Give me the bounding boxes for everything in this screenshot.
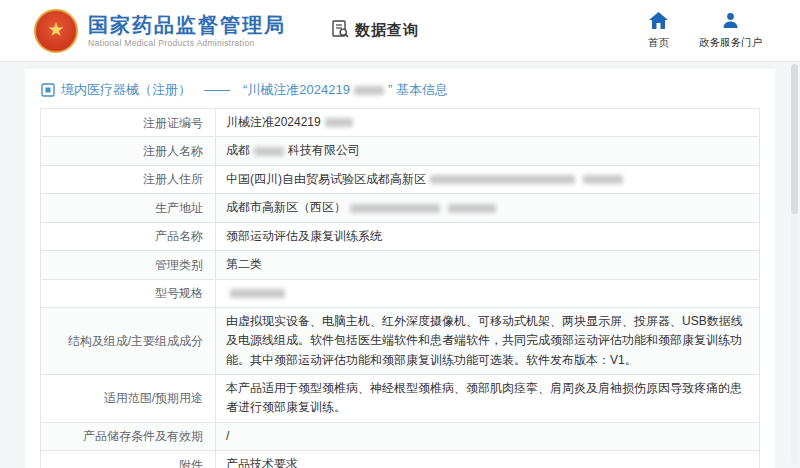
row-label: 注册人住所 bbox=[41, 166, 216, 193]
redacted-text bbox=[254, 147, 284, 156]
row-value: 由虚拟现实设备、电脑主机、红外深度摄像机、可移动式机架、两块显示屏、投屏器、US… bbox=[216, 308, 759, 374]
redacted-text bbox=[325, 118, 353, 127]
top-nav: 首页 政务服务门户 bbox=[648, 12, 762, 50]
row-value: 成都市高新区（西区） bbox=[216, 194, 759, 221]
text-segment: 颈部运动评估及康复训练系统 bbox=[226, 229, 382, 243]
back-icon[interactable] bbox=[41, 83, 55, 97]
row-label: 产品储存条件及有效期 bbox=[41, 423, 216, 450]
national-emblem-icon: ★ bbox=[34, 9, 78, 53]
text-segment: 境内医疗器械（注册） —— “川械注准2024219 bbox=[61, 82, 350, 97]
table-row: 生产地址成都市高新区（西区） bbox=[41, 194, 759, 222]
redacted-text bbox=[354, 86, 384, 95]
row-value: 本产品适用于颈型颈椎病、神经根型颈椎病、颈部肌肉痉挛、肩周炎及肩袖损伤原因导致疼… bbox=[216, 375, 759, 422]
row-label: 注册证编号 bbox=[41, 109, 216, 136]
registration-info-table: 注册证编号川械注准2024219注册人名称成都科技有限公司注册人住所中国(四川)… bbox=[40, 108, 760, 468]
redacted-text bbox=[230, 289, 285, 298]
row-label: 结构及组成/主要组成成分 bbox=[41, 308, 216, 374]
table-row: 注册人名称成都科技有限公司 bbox=[41, 137, 759, 165]
redacted-text bbox=[583, 175, 623, 184]
row-label: 产品名称 bbox=[41, 223, 216, 250]
agency-title: 国家药品监督管理局 bbox=[88, 14, 286, 36]
text-segment: 由虚拟现实设备、电脑主机、红外深度摄像机、可移动式机架、两块显示屏、投屏器、US… bbox=[226, 314, 743, 367]
nav-gov-portal[interactable]: 政务服务门户 bbox=[699, 12, 762, 50]
data-query-tab[interactable]: 数据查询 bbox=[330, 19, 419, 43]
row-value: 成都科技有限公司 bbox=[216, 137, 759, 164]
row-value: 颈部运动评估及康复训练系统 bbox=[216, 223, 759, 250]
row-label: 生产地址 bbox=[41, 194, 216, 221]
row-label: 适用范围/预期用途 bbox=[41, 375, 216, 422]
agency-name-block: 国家药品监督管理局 National Medical Products Admi… bbox=[88, 14, 286, 48]
table-row: 管理类别第二类 bbox=[41, 251, 759, 279]
table-row: 结构及组成/主要组成成分由虚拟现实设备、电脑主机、红外深度摄像机、可移动式机架、… bbox=[41, 308, 759, 375]
redacted-text bbox=[448, 204, 496, 213]
row-value: 第二类 bbox=[216, 251, 759, 278]
attachment-link[interactable]: 产品技术要求 bbox=[226, 457, 298, 468]
row-value: 川械注准2024219 bbox=[216, 109, 759, 136]
redacted-text bbox=[350, 204, 440, 213]
nav-home-label: 首页 bbox=[648, 36, 669, 50]
text-segment: 第二类 bbox=[226, 257, 262, 271]
row-label: 注册人名称 bbox=[41, 137, 216, 164]
page-scrollbar[interactable] bbox=[791, 64, 798, 464]
text-segment: 中国(四川)自由贸易试验区成都高新区 bbox=[226, 172, 426, 186]
home-icon bbox=[649, 12, 668, 33]
top-header: ★ 国家药品监督管理局 National Medical Products Ad… bbox=[0, 0, 800, 62]
breadcrumb-text: 境内医疗器械（注册） —— “川械注准2024219” 基本信息 bbox=[61, 81, 448, 99]
text-segment: / bbox=[226, 429, 229, 443]
user-icon bbox=[722, 12, 739, 33]
breadcrumb: 境内医疗器械（注册） —— “川械注准2024219” 基本信息 bbox=[25, 69, 775, 108]
text-segment: 本产品适用于颈型颈椎病、神经根型颈椎病、颈部肌肉痉挛、肩周炎及肩袖损伤原因导致疼… bbox=[226, 381, 742, 414]
table-row: 注册人住所中国(四川)自由贸易试验区成都高新区 bbox=[41, 166, 759, 194]
data-query-icon bbox=[330, 19, 350, 43]
star-icon: ★ bbox=[47, 20, 64, 39]
row-value: / bbox=[216, 423, 759, 450]
row-value: 中国(四川)自由贸易试验区成都高新区 bbox=[216, 166, 759, 193]
row-label: 附件 bbox=[41, 451, 216, 468]
row-value bbox=[216, 280, 759, 307]
text-segment: 川械注准2024219 bbox=[226, 115, 321, 129]
scrollbar-thumb[interactable] bbox=[791, 64, 798, 214]
text-segment: ” 基本信息 bbox=[388, 82, 448, 97]
row-label: 管理类别 bbox=[41, 251, 216, 278]
agency-subtitle: National Medical Products Administration bbox=[88, 38, 286, 48]
nav-home[interactable]: 首页 bbox=[648, 12, 669, 50]
nav-gov-portal-label: 政务服务门户 bbox=[699, 36, 762, 50]
row-value: 产品技术要求 bbox=[216, 451, 759, 468]
table-row: 适用范围/预期用途本产品适用于颈型颈椎病、神经根型颈椎病、颈部肌肉痉挛、肩周炎及… bbox=[41, 375, 759, 423]
table-row: 注册证编号川械注准2024219 bbox=[41, 109, 759, 137]
row-label: 型号规格 bbox=[41, 280, 216, 307]
table-row: 附件产品技术要求 bbox=[41, 451, 759, 468]
data-query-label: 数据查询 bbox=[355, 21, 419, 40]
table-row: 型号规格 bbox=[41, 280, 759, 308]
table-row: 产品名称颈部运动评估及康复训练系统 bbox=[41, 223, 759, 251]
agency-logo[interactable]: ★ 国家药品监督管理局 National Medical Products Ad… bbox=[34, 9, 286, 53]
text-segment: 成都市高新区（西区） bbox=[226, 201, 346, 215]
text-segment: 成都 bbox=[226, 144, 250, 158]
table-row: 产品储存条件及有效期/ bbox=[41, 423, 759, 451]
content-card: 境内医疗器械（注册） —— “川械注准2024219” 基本信息 注册证编号川械… bbox=[25, 69, 775, 468]
redacted-text bbox=[430, 175, 575, 184]
text-segment: 科技有限公司 bbox=[288, 144, 360, 158]
